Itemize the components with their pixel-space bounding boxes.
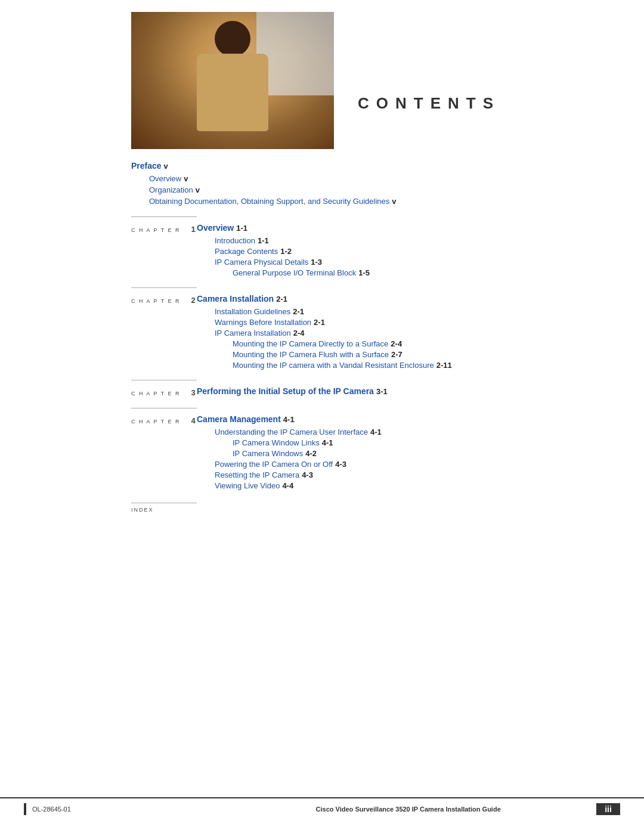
ch2-install-page: 2-4 <box>293 329 305 337</box>
ch2-warnings-label: Warnings Before Installation <box>215 318 311 327</box>
ch1-package-page: 1-2 <box>280 247 292 256</box>
footer-page-num: iii <box>596 803 620 815</box>
chapter4-page: 4-1 <box>283 415 295 424</box>
preface-org-label: Organization <box>149 185 193 194</box>
preface-section: Preface v Overview v Organization v Obta… <box>131 161 608 206</box>
hero-image <box>131 12 334 149</box>
chapter4-divider <box>131 408 197 408</box>
ch1-physical: IP Camera Physical Details 1-3 <box>215 258 608 267</box>
ch4-viewing: Viewing Live Video 4-4 <box>215 481 608 490</box>
footer: OL-28645-01 Cisco Video Surveillance 352… <box>0 797 644 815</box>
chapter4-content: Camera Management 4-1 Understanding the … <box>197 414 608 492</box>
preface-item-page: v <box>184 174 188 183</box>
ch1-gpio: General Purpose I/O Terminal Block 1-5 <box>233 268 608 277</box>
ch2-install-label: IP Camera Installation <box>215 329 291 337</box>
ch2-mount-flush: Mounting the IP Camera Flush with a Surf… <box>233 350 608 359</box>
chapter1-title-row: Overview 1-1 <box>197 223 608 233</box>
chapter3-page: 3-1 <box>376 387 388 396</box>
chapter3-title-row: Performing the Initial Setup of the IP C… <box>197 386 608 396</box>
ch2-mount-direct-label: Mounting the IP Camera Directly to a Sur… <box>233 339 388 348</box>
preface-label: Preface <box>131 161 162 171</box>
ch1-intro: Introduction 1-1 <box>215 236 608 245</box>
preface-org-page: v <box>196 185 200 194</box>
chapter3-num: 3 <box>191 388 197 397</box>
ch4-windows-page: 4-2 <box>305 449 317 458</box>
chapter1-title: Overview <box>197 223 234 233</box>
chapter1-num: 1 <box>191 225 197 234</box>
footer-guide-title: Cisco Video Surveillance 3520 IP Camera … <box>220 806 596 813</box>
chapter3-title: Performing the Initial Setup of the IP C… <box>197 386 374 396</box>
ch4-powering-label: Powering the IP Camera On or Off <box>215 460 333 469</box>
ch1-package: Package Contents 1-2 <box>215 247 608 256</box>
chapter3-content: Performing the Initial Setup of the IP C… <box>197 386 608 400</box>
ch4-viewing-label: Viewing Live Video <box>215 481 280 490</box>
chapter4-num: 4 <box>191 416 197 425</box>
chapter1-row: C H A P T E R 1 Overview 1-1 Introductio… <box>131 223 608 279</box>
ch2-mount-direct: Mounting the IP Camera Directly to a Sur… <box>233 339 608 348</box>
ch4-window-links-page: 4-1 <box>322 438 333 447</box>
ch4-resetting: Resetting the IP Camera 4-3 <box>215 470 608 479</box>
chapter3-divider <box>131 380 197 380</box>
ch1-physical-page: 1-3 <box>311 258 322 267</box>
preface-obtaining-page: v <box>392 197 396 206</box>
ch2-mount-direct-page: 2-4 <box>391 339 402 348</box>
chapter1-divider <box>131 216 197 217</box>
preface-page: v <box>164 162 168 171</box>
ch2-warnings: Warnings Before Installation 2-1 <box>215 318 608 327</box>
chapter2-divider <box>131 287 197 288</box>
person-silhouette <box>179 18 286 143</box>
chapter4-title: Camera Management <box>197 414 281 424</box>
page-title: CONTENTS <box>358 94 500 113</box>
ch2-guidelines-label: Installation Guidelines <box>215 307 290 316</box>
ch2-mount-vandal-page: 2-11 <box>436 361 452 370</box>
ch1-intro-page: 1-1 <box>258 236 269 245</box>
ch2-mount-vandal: Mounting the IP camera with a Vandal Res… <box>233 361 608 370</box>
ch4-windows: IP Camera Windows 4-2 <box>233 449 608 458</box>
ch4-understanding: Understanding the IP Camera User Interfa… <box>215 428 608 436</box>
footer-doc-num: OL-28645-01 <box>32 806 220 813</box>
chapter2-word: C H A P T E R <box>131 298 181 304</box>
footer-bar <box>24 803 26 815</box>
ch1-physical-label: IP Camera Physical Details <box>215 258 308 267</box>
ch1-intro-label: Introduction <box>215 236 255 245</box>
preface-obtaining: Obtaining Documentation, Obtaining Suppo… <box>149 197 608 206</box>
preface-entry: Preface v <box>131 161 608 171</box>
chapter3-word: C H A P T E R <box>131 391 181 397</box>
chapter4-word: C H A P T E R <box>131 419 181 425</box>
preface-item-label: Overview <box>149 174 181 183</box>
ch4-understanding-label: Understanding the IP Camera User Interfa… <box>215 428 368 436</box>
chapter3-section: C H A P T E R 3 Performing the Initial S… <box>131 380 608 400</box>
chapter4-row: C H A P T E R 4 Camera Management 4-1 Un… <box>131 414 608 492</box>
ch4-powering-page: 4-3 <box>335 460 346 469</box>
chapter4-section: C H A P T E R 4 Camera Management 4-1 Un… <box>131 408 608 492</box>
toc-content: Preface v Overview v Organization v Obta… <box>131 161 608 513</box>
preface-overview: Overview v <box>149 174 608 183</box>
page: CONTENTS Preface v Overview v Organizati… <box>0 0 644 833</box>
preface-organization: Organization v <box>149 185 608 194</box>
chapter2-num: 2 <box>191 296 197 305</box>
chapter4-title-row: Camera Management 4-1 <box>197 414 608 424</box>
ch2-guidelines: Installation Guidelines 2-1 <box>215 307 608 316</box>
chapter2-content: Camera Installation 2-1 Installation Gui… <box>197 294 608 371</box>
index-label: Index <box>131 507 608 513</box>
ch2-install: IP Camera Installation 2-4 <box>215 329 608 337</box>
ch1-package-label: Package Contents <box>215 247 278 256</box>
ch4-window-links: IP Camera Window Links 4-1 <box>233 438 608 447</box>
ch4-resetting-label: Resetting the IP Camera <box>215 470 299 479</box>
chapter2-title: Camera Installation <box>197 294 274 304</box>
ch2-mount-vandal-label: Mounting the IP camera with a Vandal Res… <box>233 361 434 370</box>
chapter1-label: C H A P T E R 1 <box>131 223 197 234</box>
ch4-window-links-label: IP Camera Window Links <box>233 438 320 447</box>
index-divider <box>131 503 197 503</box>
chapter2-section: C H A P T E R 2 Camera Installation 2-1 … <box>131 287 608 371</box>
chapter2-title-row: Camera Installation 2-1 <box>197 294 608 304</box>
ch2-guidelines-page: 2-1 <box>293 307 304 316</box>
chapter3-row: C H A P T E R 3 Performing the Initial S… <box>131 386 608 400</box>
ch4-understanding-page: 4-1 <box>370 428 382 436</box>
chapter2-row: C H A P T E R 2 Camera Installation 2-1 … <box>131 294 608 371</box>
chapter1-section: C H A P T E R 1 Overview 1-1 Introductio… <box>131 216 608 279</box>
ch2-mount-flush-page: 2-7 <box>391 350 402 359</box>
person-body <box>197 54 268 131</box>
chapter1-page: 1-1 <box>236 224 247 233</box>
person-head <box>215 21 250 57</box>
